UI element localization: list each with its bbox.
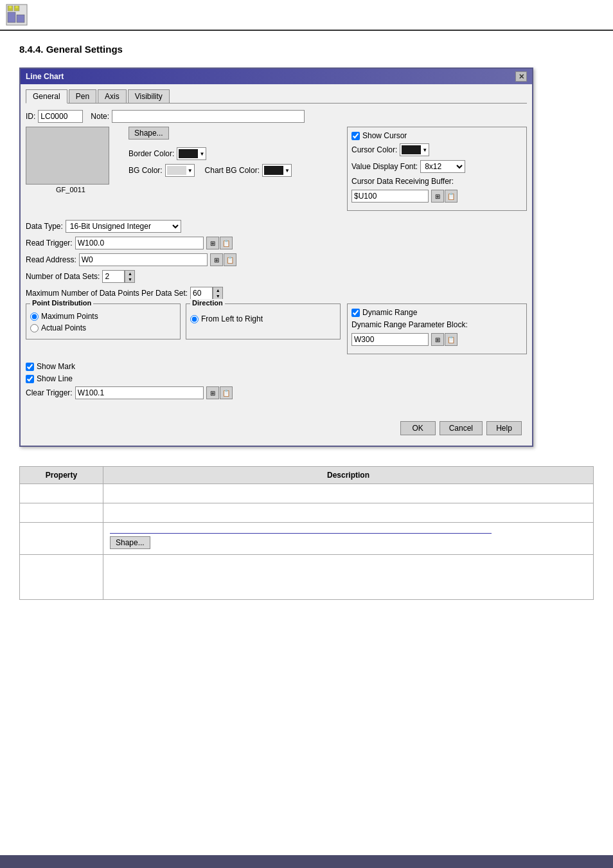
num-data-sets-input[interactable] (102, 270, 125, 283)
chart-bg-color-label: Chart BG Color: (205, 166, 260, 175)
clear-trigger-input[interactable] (75, 386, 204, 399)
cursor-color-row: Cursor Color: ▼ (351, 143, 522, 156)
left-lower: Point Distribution Maximum Points Actual… (26, 303, 341, 358)
border-color-row: Border Color: ▼ (129, 147, 341, 160)
cursor-color-swatch[interactable]: ▼ (400, 143, 429, 156)
dialog-close-button[interactable]: ✕ (515, 71, 527, 82)
help-button[interactable]: Help (486, 421, 522, 435)
id-note-row: ID: Note: (26, 110, 527, 123)
cancel-button[interactable]: Cancel (440, 421, 483, 435)
actual-points-radio[interactable] (30, 324, 39, 332)
dynamic-range-checkbox[interactable] (351, 309, 360, 317)
prop-cell-2 (20, 503, 103, 523)
dynamic-range-param-label: Dynamic Range Parameter Block: (351, 320, 468, 329)
value-display-font-select[interactable]: 8x12 6x8 (420, 160, 465, 173)
bg-color-swatch[interactable]: ▼ (165, 164, 195, 177)
show-line-label: Show Line (37, 374, 73, 383)
chart-bg-color-swatch[interactable]: ▼ (262, 164, 292, 177)
table-row (20, 484, 594, 503)
shape-button[interactable]: Shape... (129, 127, 169, 140)
dynamic-range-grid-icon[interactable]: ⊞ (431, 333, 444, 346)
note-label: Note: (91, 112, 109, 121)
actual-points-radio-row: Actual Points (30, 323, 176, 332)
cursor-buffer-input-row: ⊞ 📋 (351, 190, 522, 203)
from-left-radio-row: From Left to Right (190, 314, 336, 323)
line-chart-dialog: Line Chart ✕ General Pen Axis Visibility… (19, 68, 533, 447)
show-mark-checkbox[interactable] (26, 363, 34, 371)
max-data-points-input[interactable] (190, 287, 213, 300)
dynamic-range-param-input[interactable] (351, 333, 429, 346)
lower-panels: Point Distribution Maximum Points Actual… (26, 303, 527, 358)
from-left-radio[interactable] (190, 315, 199, 323)
read-address-grid-icon[interactable]: ⊞ (210, 253, 223, 266)
ok-button[interactable]: OK (400, 421, 436, 435)
dynamic-range-param-input-row: ⊞ 📋 (351, 333, 522, 346)
cursor-buffer-input[interactable] (351, 190, 429, 203)
num-data-sets-up[interactable]: ▲ (125, 271, 134, 276)
dialog-titlebar: Line Chart ✕ (21, 69, 532, 84)
data-type-label: Data Type: (26, 222, 63, 231)
cursor-buffer-label-row: Cursor Data Receiving Buffer: (351, 177, 522, 186)
show-line-row: Show Line (26, 374, 527, 383)
desc-cell-1 (103, 484, 594, 503)
note-input[interactable] (112, 110, 305, 123)
max-points-label: Maximum Points (41, 312, 98, 321)
show-cursor-checkbox[interactable] (351, 132, 360, 140)
tab-axis[interactable]: Axis (98, 89, 127, 103)
dynamic-range-icon-group: ⊞ 📋 (431, 333, 458, 346)
show-cursor-group: Show Cursor Cursor Color: ▼ Value Displa… (347, 127, 527, 211)
read-address-book-icon[interactable]: 📋 (224, 253, 236, 266)
value-display-font-label: Value Display Font: (351, 162, 418, 171)
id-input[interactable] (38, 110, 83, 123)
point-distribution-options: Maximum Points Actual Points (30, 312, 176, 332)
read-trigger-row: Read Trigger: ⊞ 📋 (26, 237, 527, 249)
border-color-swatch[interactable]: ▼ (177, 147, 206, 160)
read-trigger-grid-icon[interactable]: ⊞ (206, 237, 219, 249)
show-mark-row: Show Mark (26, 362, 527, 371)
max-data-points-spinner-btns: ▲ ▼ (213, 287, 223, 300)
id-label: ID: (26, 112, 35, 121)
chart-bg-color-arrow: ▼ (285, 168, 290, 174)
show-cursor-row: Show Cursor (351, 131, 522, 140)
clear-trigger-grid-icon[interactable]: ⊞ (206, 386, 219, 399)
num-data-sets-label: Number of Data Sets: (26, 272, 100, 281)
shape-button-table[interactable]: Shape... (110, 536, 150, 549)
clear-trigger-icon-group: ⊞ 📋 (206, 386, 233, 399)
clear-trigger-book-icon[interactable]: 📋 (220, 386, 233, 399)
svg-rect-2 (17, 15, 24, 23)
read-address-input[interactable] (79, 253, 208, 266)
top-section: GF_0011 Shape... Border Color: ▼ (26, 127, 527, 215)
read-trigger-book-icon[interactable]: 📋 (220, 237, 233, 249)
read-address-row: Read Address: ⊞ 📋 (26, 253, 527, 266)
cursor-color-label: Cursor Color: (351, 145, 397, 154)
read-trigger-label: Read Trigger: (26, 239, 73, 248)
num-data-sets-down[interactable]: ▼ (125, 276, 134, 282)
max-points-radio[interactable] (30, 312, 39, 321)
property-header: Property (20, 467, 103, 484)
prop-cell-4 (20, 555, 103, 600)
show-line-checkbox[interactable] (26, 375, 34, 383)
cursor-buffer-grid-icon[interactable]: ⊞ (431, 190, 444, 203)
border-color-arrow: ▼ (199, 151, 204, 157)
image-area: GF_0011 (26, 127, 116, 215)
table-row (20, 503, 594, 523)
max-data-points-down[interactable]: ▼ (213, 293, 222, 299)
prop-cell-3 (20, 523, 103, 555)
main-content: 8.4.4. General Settings Line Chart ✕ Gen… (0, 31, 613, 867)
dynamic-range-group: Dynamic Range Dynamic Range Parameter Bl… (347, 303, 527, 354)
max-data-points-spinner: ▲ ▼ (190, 287, 223, 300)
tab-general[interactable]: General (26, 89, 67, 104)
data-type-select[interactable]: 16-Bit Unsigned Integer 16-Bit Signed In… (66, 220, 181, 233)
chart-bg-color-value (264, 166, 283, 175)
max-data-points-up[interactable]: ▲ (213, 287, 222, 293)
dynamic-range-book-icon[interactable]: 📋 (445, 333, 458, 346)
read-trigger-input[interactable] (75, 237, 204, 249)
tab-pen[interactable]: Pen (69, 89, 96, 103)
max-data-points-row: Maximum Number of Data Points Per Data S… (26, 287, 527, 300)
tab-visibility[interactable]: Visibility (128, 89, 170, 103)
cursor-buffer-book-icon[interactable]: 📋 (445, 190, 458, 203)
svg-point-5 (9, 6, 12, 8)
max-points-radio-row: Maximum Points (30, 312, 176, 321)
top-bar (0, 0, 613, 31)
page-title: 8.4.4. General Settings (19, 44, 594, 55)
